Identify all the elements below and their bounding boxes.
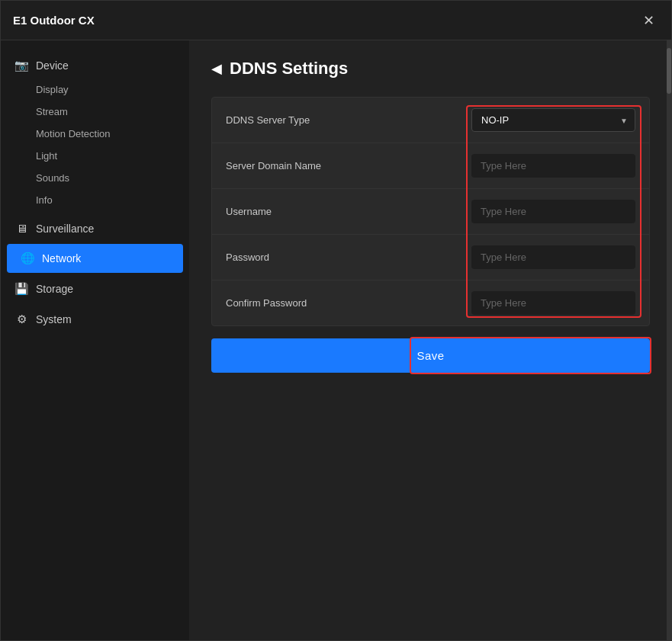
sidebar-item-network[interactable]: 🌐 Network — [7, 244, 183, 273]
sidebar-item-info[interactable]: Info — [1, 189, 189, 211]
window-title: E1 Outdoor CX — [13, 14, 95, 27]
label-username: Username — [226, 206, 471, 217]
ddns-server-type-select[interactable]: NO-IP DynDNS Custom — [471, 108, 635, 132]
server-domain-control-wrap — [471, 154, 635, 178]
sidebar-storage-label: Storage — [36, 283, 73, 295]
system-icon: ⚙ — [14, 312, 28, 326]
sidebar-device-label: Device — [36, 59, 69, 72]
close-button[interactable]: ✕ — [638, 11, 659, 30]
sidebar-item-sounds[interactable]: Sounds — [1, 167, 189, 189]
sidebar-item-storage[interactable]: 💾 Storage — [1, 274, 189, 303]
sidebar-item-motion-detection[interactable]: Motion Detection — [1, 123, 189, 145]
back-arrow-icon[interactable]: ◀ — [211, 60, 222, 77]
sidebar-network-label: Network — [42, 252, 81, 264]
title-bar: E1 Outdoor CX ✕ — [1, 1, 671, 40]
save-button[interactable]: Save — [211, 338, 650, 373]
page-title: DDNS Settings — [230, 59, 348, 79]
sidebar-item-light[interactable]: Light — [1, 145, 189, 167]
surveillance-icon: 🖥 — [14, 222, 28, 235]
sidebar-item-device[interactable]: 📷 Device — [1, 53, 189, 79]
sidebar-item-display[interactable]: Display — [1, 79, 189, 101]
form-row-password: Password — [212, 235, 649, 280]
confirm-password-control-wrap — [471, 291, 635, 315]
sidebar-item-stream[interactable]: Stream — [1, 101, 189, 123]
ddns-form: DDNS Server Type NO-IP DynDNS Custom — [211, 97, 650, 326]
sidebar-item-system[interactable]: ⚙ System — [1, 305, 189, 334]
password-input[interactable] — [471, 245, 635, 269]
form-row-ddns-type: DDNS Server Type NO-IP DynDNS Custom — [212, 98, 649, 143]
sidebar-item-surveillance[interactable]: 🖥 Surveillance — [1, 214, 189, 242]
sidebar: 📷 Device Display Stream Motion Detection… — [1, 40, 190, 640]
ddns-type-control-wrap: NO-IP DynDNS Custom — [471, 108, 635, 132]
content-area: ◀ DDNS Settings DDNS Server Type NO-IP D… — [190, 40, 671, 640]
sidebar-surveillance-label: Surveillance — [36, 223, 94, 235]
label-server-domain: Server Domain Name — [226, 160, 471, 171]
form-row-server-domain: Server Domain Name — [212, 143, 649, 189]
username-input[interactable] — [471, 200, 635, 223]
password-control-wrap — [471, 245, 635, 269]
scroll-thumb[interactable] — [667, 48, 671, 94]
scroll-track[interactable] — [667, 40, 671, 640]
page-header: ◀ DDNS Settings — [211, 59, 650, 79]
confirm-password-input[interactable] — [471, 291, 635, 315]
label-confirm-password: Confirm Password — [226, 297, 471, 309]
username-control-wrap — [471, 200, 635, 223]
sidebar-section-device: 📷 Device Display Stream Motion Detection… — [1, 53, 189, 211]
label-password: Password — [226, 252, 471, 263]
sidebar-system-label: System — [36, 313, 72, 325]
app-window: E1 Outdoor CX ✕ 📷 Device Display Stream … — [0, 0, 672, 641]
ddns-type-select-wrapper: NO-IP DynDNS Custom — [471, 108, 635, 132]
form-row-confirm-password: Confirm Password — [212, 280, 649, 325]
label-ddns-server-type: DDNS Server Type — [226, 114, 471, 126]
main-layout: 📷 Device Display Stream Motion Detection… — [1, 40, 671, 640]
sidebar-sub-items: Display Stream Motion Detection Light So… — [1, 79, 189, 211]
save-area: Save — [211, 338, 650, 373]
form-row-username: Username — [212, 189, 649, 235]
server-domain-input[interactable] — [471, 154, 635, 178]
storage-icon: 💾 — [14, 282, 28, 296]
network-icon: 🌐 — [21, 252, 34, 265]
camera-icon: 📷 — [14, 59, 28, 72]
